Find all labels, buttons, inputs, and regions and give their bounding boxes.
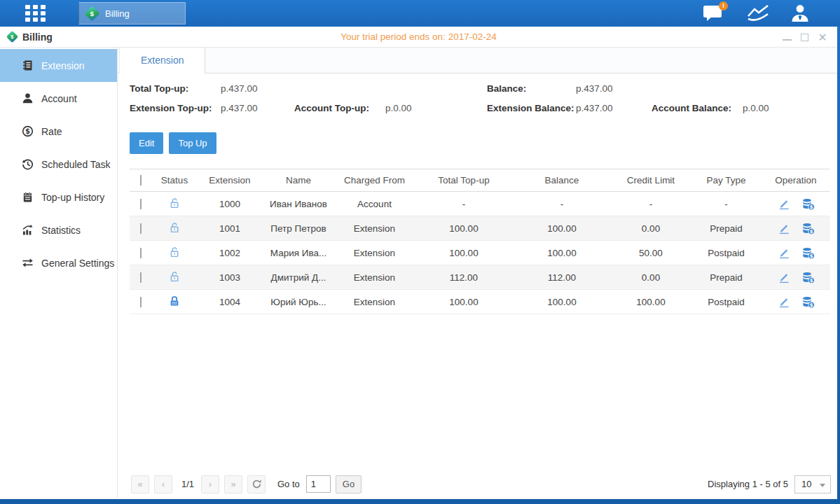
name-cell: Юрий Юрь... xyxy=(263,297,334,307)
sidebar-item-general-settings[interactable]: General Settings xyxy=(0,246,117,279)
extension-cell: 1002 xyxy=(197,248,263,258)
top-up-row-icon[interactable]: $ xyxy=(801,222,815,234)
sidebar-item-top-up-history[interactable]: Top-up History xyxy=(0,181,117,214)
svg-text:$: $ xyxy=(25,127,30,135)
extension-cell: 1001 xyxy=(197,223,263,234)
top-up-button[interactable]: Top Up xyxy=(169,132,216,154)
svg-text:$: $ xyxy=(809,204,813,210)
edit-row-icon[interactable] xyxy=(778,222,790,234)
sidebar-item-extension[interactable]: Extension xyxy=(0,49,117,82)
extension-cell: 1004 xyxy=(197,297,263,307)
apps-grid-icon[interactable] xyxy=(25,5,49,22)
top-up-row-icon[interactable]: $ xyxy=(801,197,815,210)
column-header-balance[interactable]: Balance xyxy=(513,175,611,186)
balance-cell: - xyxy=(513,199,611,209)
next-page-icon[interactable]: › xyxy=(201,475,219,493)
edit-row-icon[interactable] xyxy=(778,295,790,308)
table-row-1003: 1003Дмитрий Д...Extension112.00112.000.0… xyxy=(130,265,830,290)
rate-icon: $ xyxy=(22,125,34,137)
edit-button[interactable]: Edit xyxy=(130,132,163,154)
edit-row-icon[interactable] xyxy=(778,197,790,210)
row-checkbox[interactable] xyxy=(140,297,142,307)
name-cell: Мария Ива... xyxy=(263,248,334,258)
notifications-icon[interactable]: ! xyxy=(703,4,727,23)
taskbar-tab-label: Billing xyxy=(105,8,130,19)
row-checkbox[interactable] xyxy=(140,223,142,234)
row-checkbox[interactable] xyxy=(140,199,142,209)
row-checkbox[interactable] xyxy=(140,248,142,258)
account-topup-label: Account Top-up: xyxy=(294,103,385,113)
page-indicator: 1/1 xyxy=(179,479,197,489)
extension-icon xyxy=(22,59,34,71)
tab-extension[interactable]: Extension xyxy=(119,48,205,74)
goto-page-input[interactable] xyxy=(306,475,331,493)
sidebar-item-scheduled-task[interactable]: Scheduled Task xyxy=(0,148,117,181)
table-row-1000: 1000Иван ИвановAccount----$ xyxy=(130,192,830,216)
go-button[interactable]: Go xyxy=(336,475,362,493)
column-header-charged-from[interactable]: Charged From xyxy=(334,175,415,186)
sidebar-item-rate[interactable]: $Rate xyxy=(0,115,117,148)
row-checkbox[interactable] xyxy=(140,272,142,283)
name-cell: Петр Петров xyxy=(263,223,334,234)
account-balance-value: p.0.00 xyxy=(743,103,837,113)
balance-summary: Total Top-up: p.437.00 Balance: p.437.00… xyxy=(130,83,837,113)
pay-type-cell: - xyxy=(691,199,762,209)
total-topup-label: Total Top-up: xyxy=(130,83,221,94)
pay-type-cell: Prepaid xyxy=(691,272,762,283)
column-header-extension[interactable]: Extension xyxy=(197,175,263,186)
general-settings-icon xyxy=(22,257,34,269)
sidebar-item-account[interactable]: Account xyxy=(0,82,117,115)
close-icon[interactable]: ✕ xyxy=(818,32,827,42)
tab-strip: Extension xyxy=(118,48,837,74)
top-up-row-icon[interactable]: $ xyxy=(801,295,815,308)
maximize-icon[interactable] xyxy=(801,34,808,41)
user-account-icon[interactable] xyxy=(790,4,813,23)
column-header-operation[interactable]: Operation xyxy=(762,175,830,186)
first-page-icon[interactable]: « xyxy=(131,475,149,493)
top-up-row-icon[interactable]: $ xyxy=(801,246,815,259)
extension-topup-value: p.437.00 xyxy=(221,103,294,113)
total-topup-cell: 100.00 xyxy=(415,297,513,307)
column-header-status[interactable]: Status xyxy=(152,175,197,186)
last-page-icon[interactable]: » xyxy=(224,475,242,493)
credit-limit-cell: - xyxy=(611,199,691,209)
edit-row-icon[interactable] xyxy=(778,271,790,284)
page-size-select[interactable]: 10 xyxy=(794,475,831,493)
svg-text:$: $ xyxy=(809,278,813,284)
table-header: StatusExtensionNameCharged FromTotal Top… xyxy=(130,169,830,192)
balance-cell: 100.00 xyxy=(513,297,611,307)
locked-icon xyxy=(168,295,181,309)
column-header-pay-type[interactable]: Pay Type xyxy=(691,175,762,186)
taskbar-tab-billing[interactable]: $ Billing xyxy=(78,2,186,24)
balance-cell: 112.00 xyxy=(513,272,611,283)
refresh-icon[interactable] xyxy=(247,475,266,493)
name-cell: Дмитрий Д... xyxy=(263,272,334,283)
column-header-credit-limit[interactable]: Credit Limit xyxy=(611,175,691,186)
table-row-1004: 1004Юрий Юрь...Extension100.00100.00100.… xyxy=(130,290,830,314)
credit-limit-cell: 100.00 xyxy=(611,297,691,307)
svg-text:$: $ xyxy=(809,229,813,234)
sidebar-item-statistics[interactable]: Statistics xyxy=(0,214,117,246)
sidebar: ExtensionAccount$RateScheduled TaskTop-u… xyxy=(0,48,118,498)
total-topup-cell: 100.00 xyxy=(415,248,513,258)
svg-text:$: $ xyxy=(809,302,813,308)
minimize-icon[interactable] xyxy=(783,34,792,41)
unlocked-icon xyxy=(168,270,181,285)
total-topup-cell: - xyxy=(415,199,513,209)
charged-from-cell: Extension xyxy=(334,297,415,307)
unlocked-icon xyxy=(168,197,181,211)
extension-cell: 1003 xyxy=(197,272,263,283)
select-all-checkbox[interactable] xyxy=(140,175,142,186)
svg-text:$: $ xyxy=(809,253,813,259)
sidebar-item-label: Extension xyxy=(41,60,84,71)
goto-label: Go to xyxy=(277,479,300,489)
prev-page-icon[interactable]: ‹ xyxy=(154,475,172,493)
edit-row-icon[interactable] xyxy=(778,246,790,259)
unlocked-icon xyxy=(168,246,181,260)
top-up-row-icon[interactable]: $ xyxy=(801,271,815,284)
statistics-chart-icon[interactable] xyxy=(746,4,770,23)
charged-from-cell: Extension xyxy=(334,272,415,283)
column-header-total-top-up[interactable]: Total Top-up xyxy=(415,175,513,186)
total-topup-value: p.437.00 xyxy=(221,83,294,94)
column-header-name[interactable]: Name xyxy=(263,175,334,186)
